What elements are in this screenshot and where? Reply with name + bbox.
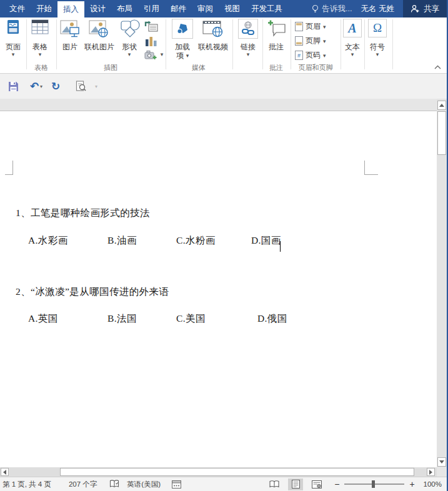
option-d[interactable]: D.俄国 bbox=[257, 312, 287, 325]
text-a-icon: A bbox=[348, 22, 356, 34]
page-indicator[interactable]: 第 1 页, 共 4 页 bbox=[2, 480, 51, 489]
option-a[interactable]: A.水彩画 bbox=[28, 234, 68, 247]
picture-icon bbox=[60, 19, 80, 38]
footer-icon bbox=[295, 36, 303, 46]
group-label-tables: 表格 bbox=[34, 63, 48, 72]
shapes-icon bbox=[120, 19, 140, 38]
tab-mailings[interactable]: 邮件 bbox=[165, 0, 192, 17]
redo-button[interactable]: ↻ bbox=[47, 78, 64, 94]
question-1[interactable]: 1、工笔是哪种绘画形式的技法 bbox=[16, 207, 150, 220]
zoom-slider-handle[interactable] bbox=[372, 480, 375, 488]
proofing-status-button[interactable] bbox=[109, 480, 119, 489]
scroll-right-icon bbox=[429, 470, 432, 475]
undo-dropdown-icon[interactable]: ▾ bbox=[40, 84, 42, 89]
tab-layout[interactable]: 布局 bbox=[111, 0, 138, 17]
picture-label: 图片 bbox=[62, 42, 77, 52]
web-layout-icon bbox=[312, 480, 322, 489]
horizontal-scrollbar-thumb[interactable] bbox=[60, 468, 414, 476]
page-number-icon: # bbox=[295, 51, 303, 60]
zoom-slider[interactable] bbox=[344, 484, 404, 485]
omega-icon: Ω bbox=[373, 22, 382, 34]
scroll-down-button[interactable] bbox=[437, 457, 446, 467]
title-bar: 文件 开始 插入 设计 布局 引用 邮件 审阅 视图 开发工具 告诉我... 无… bbox=[0, 0, 448, 17]
tab-file[interactable]: 文件 bbox=[4, 0, 31, 17]
chevron-down-icon: ▾ bbox=[323, 38, 326, 44]
smartart-icon bbox=[144, 21, 158, 32]
addins-label-line2: 项 bbox=[176, 51, 184, 61]
user-name[interactable]: 无名 无姓 bbox=[361, 4, 394, 14]
chevron-down-icon: ▾ bbox=[128, 52, 131, 57]
read-mode-icon bbox=[269, 480, 279, 488]
symbol-iconbox: Ω bbox=[368, 19, 387, 37]
addins-iconbox bbox=[172, 19, 193, 39]
group-label-header-footer: 页眉和页脚 bbox=[299, 63, 333, 72]
scroll-left-button[interactable] bbox=[1, 468, 9, 476]
group-separator bbox=[392, 19, 393, 69]
addins-icon bbox=[176, 22, 189, 35]
titlebar-right: 告诉我... 无名 无姓 共享 bbox=[311, 0, 448, 17]
undo-icon: ↶ bbox=[30, 81, 39, 92]
redo-icon: ↻ bbox=[51, 81, 60, 92]
online-pictures-label: 联机图片 bbox=[84, 42, 114, 52]
share-button[interactable]: 共享 bbox=[403, 0, 447, 17]
tab-design[interactable]: 设计 bbox=[84, 0, 111, 17]
zoom-in-button[interactable]: + bbox=[409, 480, 414, 489]
option-a[interactable]: A.英国 bbox=[28, 312, 58, 325]
print-preview-icon bbox=[76, 81, 86, 92]
print-layout-button[interactable] bbox=[288, 479, 303, 490]
option-b[interactable]: B.油画 bbox=[107, 234, 137, 247]
read-mode-button[interactable] bbox=[267, 479, 282, 490]
scroll-left-icon bbox=[3, 470, 6, 475]
tab-references[interactable]: 引用 bbox=[138, 0, 165, 17]
zoom-level[interactable]: 100% bbox=[424, 480, 442, 488]
text-iconbox: A bbox=[343, 19, 362, 37]
scroll-up-icon bbox=[439, 104, 444, 107]
print-preview-button[interactable] bbox=[72, 78, 89, 94]
zoom-out-button[interactable]: − bbox=[334, 480, 339, 489]
option-c[interactable]: C.美国 bbox=[176, 312, 206, 325]
chevron-down-icon: ▾ bbox=[376, 52, 379, 57]
vertical-scrollbar-thumb[interactable] bbox=[437, 111, 446, 155]
table-icon bbox=[31, 19, 49, 36]
web-layout-button[interactable] bbox=[309, 479, 324, 490]
group-separator bbox=[232, 19, 233, 69]
tab-home[interactable]: 开始 bbox=[31, 0, 57, 17]
share-label: 共享 bbox=[424, 4, 439, 14]
chevron-down-icon: ▾ bbox=[323, 52, 326, 59]
option-c[interactable]: C.水粉画 bbox=[176, 234, 216, 247]
page-number-button[interactable]: # 页码 ▾ bbox=[295, 50, 326, 61]
group-label-illustrations: 插图 bbox=[104, 63, 117, 72]
tab-developer[interactable]: 开发工具 bbox=[246, 0, 288, 17]
screenshot-icon bbox=[144, 50, 157, 60]
online-video-icon bbox=[202, 19, 224, 38]
word-count[interactable]: 207 个字 bbox=[69, 480, 97, 489]
option-b[interactable]: B.法国 bbox=[107, 312, 137, 325]
group-separator bbox=[56, 19, 57, 69]
macro-record-button[interactable] bbox=[172, 480, 181, 489]
word-window: 文件 开始 插入 设计 布局 引用 邮件 审阅 视图 开发工具 告诉我... 无… bbox=[0, 0, 448, 491]
status-bar: 第 1 页, 共 4 页 207 个字 英语(美国) bbox=[0, 477, 448, 491]
header-button[interactable]: 页眉 ▾ bbox=[295, 21, 326, 32]
scroll-right-button[interactable] bbox=[427, 468, 435, 476]
option-d[interactable]: D.国画 bbox=[251, 234, 281, 247]
tell-me-label: 告诉我... bbox=[322, 4, 352, 14]
qat-customize-icon[interactable]: ▾ bbox=[95, 84, 97, 89]
collapse-ribbon-button[interactable] bbox=[432, 62, 442, 71]
group-separator bbox=[166, 19, 166, 69]
tab-view[interactable]: 视图 bbox=[219, 0, 246, 17]
footer-button[interactable]: 页脚 ▾ bbox=[295, 36, 326, 46]
group-separator bbox=[364, 19, 365, 69]
language-indicator[interactable]: 英语(美国) bbox=[127, 480, 161, 489]
header-icon bbox=[295, 22, 303, 31]
save-button[interactable] bbox=[5, 78, 21, 94]
group-separator bbox=[262, 19, 263, 69]
tell-me-box[interactable]: 告诉我... bbox=[311, 4, 352, 14]
scroll-up-button[interactable] bbox=[437, 101, 446, 110]
chevron-down-icon: ▾ bbox=[186, 53, 189, 58]
collapse-chevron-icon bbox=[434, 65, 441, 69]
tab-insert[interactable]: 插入 bbox=[57, 1, 84, 17]
tab-review[interactable]: 审阅 bbox=[192, 0, 219, 17]
svg-text:#: # bbox=[297, 52, 301, 59]
question-2[interactable]: 2、“冰激凌”是从哪国传进的外来语 bbox=[16, 285, 169, 299]
pages-icon bbox=[5, 19, 21, 38]
